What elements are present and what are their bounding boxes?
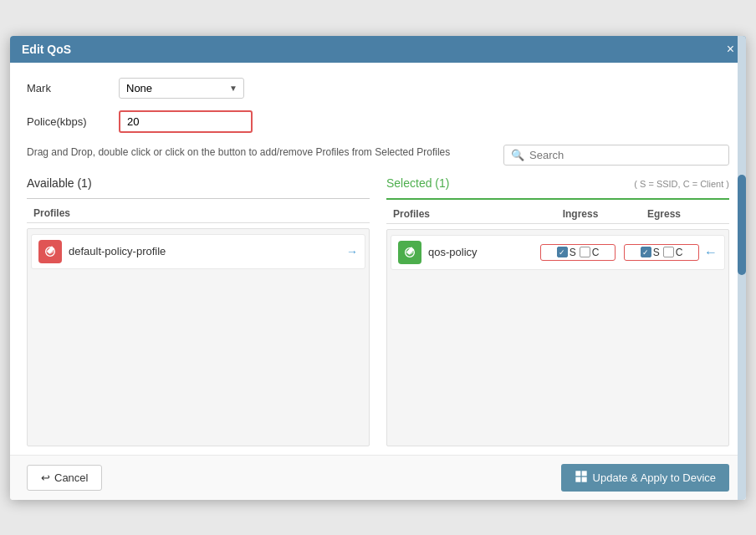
available-panel-title: Available (1): [27, 176, 92, 190]
svg-rect-3: [581, 471, 586, 476]
search-icon: 🔍: [511, 149, 524, 161]
police-label: Police(kbps): [27, 115, 119, 128]
selected-profile-info: qos-policy: [398, 241, 540, 264]
cancel-button[interactable]: ↩ Cancel: [27, 465, 102, 491]
egress-s-checked-icon: ✓: [641, 247, 651, 257]
scrollbar-track[interactable]: [738, 36, 746, 500]
drag-info-text: Drag and Drop, double click or click on …: [27, 145, 495, 160]
modal-footer: ↩ Cancel Update & Apply to Device: [10, 455, 746, 500]
ingress-checkbox-group[interactable]: ✓ S C: [540, 244, 616, 261]
available-panel: Available (1) Profiles default-polic: [27, 176, 370, 446]
police-row: Police(kbps): [27, 110, 729, 133]
ingress-s-checkbox[interactable]: ✓ S: [557, 247, 576, 258]
modal-title: Edit QoS: [22, 43, 71, 56]
ingress-c-checkbox[interactable]: C: [580, 247, 600, 258]
ingress-s-checked-icon: ✓: [557, 247, 568, 257]
update-icon: [575, 470, 588, 486]
ingress-c-unchecked-icon: [580, 247, 590, 257]
egress-s-checkbox[interactable]: ✓ S: [641, 247, 660, 258]
search-input[interactable]: [529, 149, 722, 161]
selected-profile-item: qos-policy ✓ S: [391, 235, 725, 270]
mark-row: Mark None DSCP 802.1p ▼: [27, 78, 729, 99]
mark-label: Mark: [27, 82, 119, 94]
egress-c-unchecked-icon: [663, 247, 674, 257]
update-apply-button[interactable]: Update & Apply to Device: [561, 464, 729, 492]
add-profile-arrow-icon: →: [346, 245, 358, 258]
selected-profile-name: qos-policy: [428, 246, 540, 258]
cancel-icon: ↩: [41, 471, 50, 484]
available-panel-content: default-policy-profile →: [27, 228, 370, 446]
egress-c-checkbox[interactable]: C: [663, 247, 683, 258]
selected-col-headers: Profiles Ingress Egress: [386, 206, 729, 224]
mark-select[interactable]: None DSCP 802.1p: [119, 78, 244, 99]
profile-icon-red: [38, 240, 62, 263]
modal-header: Edit QoS ×: [10, 36, 746, 63]
remove-profile-arrow-icon[interactable]: ←: [704, 245, 718, 260]
available-profile-name: default-policy-profile: [69, 245, 166, 257]
selected-col-ingress: Ingress: [539, 208, 622, 220]
svg-rect-2: [575, 471, 580, 476]
selected-col-egress: Egress: [622, 208, 706, 220]
egress-checkbox-group[interactable]: ✓ S C: [624, 244, 699, 261]
panels-container: Available (1) Profiles default-polic: [27, 176, 729, 446]
cancel-label: Cancel: [54, 471, 88, 484]
svg-rect-4: [575, 476, 580, 482]
close-button[interactable]: ×: [727, 43, 734, 56]
hint-text: ( S = SSID, C = Client ): [634, 179, 729, 189]
scrollbar-thumb[interactable]: [738, 175, 746, 275]
profile-icon-green: [398, 241, 421, 264]
police-input[interactable]: [119, 110, 253, 133]
update-label: Update & Apply to Device: [593, 471, 716, 484]
search-box: 🔍: [503, 145, 729, 166]
available-profile-item[interactable]: default-policy-profile →: [31, 234, 365, 269]
selected-panel: Selected (1) ( S = SSID, C = Client ) Pr…: [386, 176, 729, 446]
svg-rect-5: [581, 476, 586, 482]
selected-col-profiles: Profiles: [393, 208, 539, 220]
selected-panel-content: qos-policy ✓ S: [386, 229, 729, 446]
selected-panel-title: Selected (1): [386, 176, 449, 190]
available-col-header: Profiles: [27, 206, 370, 223]
